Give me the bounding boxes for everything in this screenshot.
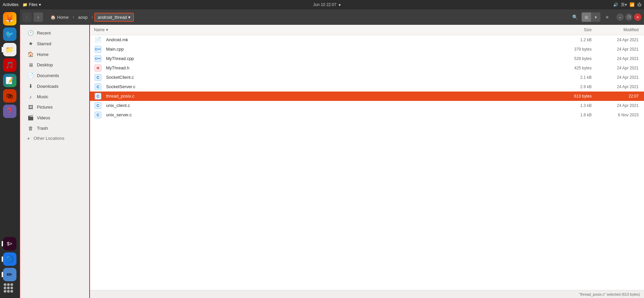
home-icon: 🏠 [50, 15, 56, 20]
file-size: 2.9 kB [557, 84, 597, 89]
minimize-button[interactable]: – [616, 13, 624, 21]
sidebar-item-music[interactable]: ♪ Music [22, 92, 87, 102]
table-row[interactable]: C unix_client.c 1.3 kB 24 Apr 2021 [90, 101, 644, 110]
breadcrumb-android-thread[interactable]: android_thread ▾ [94, 13, 134, 22]
dock-icon-appstore[interactable]: 🛍 [3, 89, 16, 103]
sidebar-item-downloads[interactable]: ⬇ Downloads [22, 81, 87, 91]
file-name: MyThread.h [106, 65, 557, 70]
activities-button[interactable]: Activities [3, 2, 18, 7]
search-button[interactable]: 🔍 [570, 12, 580, 22]
audio-icon[interactable]: 🔊 [613, 2, 618, 7]
file-size: 425 bytes [557, 66, 597, 70]
topbar-right: 🔊 英▾ 📶 ⏻ [613, 2, 641, 8]
power-icon[interactable]: ⏻ [637, 2, 641, 7]
sidebar-label-desktop: Desktop [37, 62, 53, 67]
datetime-display: Jun 10 22:07 [313, 2, 336, 7]
table-row[interactable]: H MyThread.h 425 bytes 24 Apr 2021 [90, 63, 644, 73]
file-list: 📄 Android.mk 1.2 kB 24 Apr 2021 C++ Main… [90, 35, 644, 290]
file-type-icon: C [90, 74, 106, 81]
breadcrumb-aosp[interactable]: aosp [76, 13, 90, 21]
sidebar-item-documents[interactable]: 📄 Documents [22, 70, 87, 80]
sidebar-item-home[interactable]: 🏠 Home [22, 49, 87, 59]
file-modified: 24 Apr 2021 [597, 47, 644, 52]
dock-icon-libreoffice[interactable]: 📝 [3, 74, 16, 87]
back-button[interactable]: ‹ [22, 12, 32, 22]
file-size: 2.1 kB [557, 75, 597, 80]
file-modified: 24 Apr 2021 [597, 38, 644, 42]
dock-icon-help[interactable]: ❓ [3, 105, 16, 118]
close-button[interactable]: ✕ [634, 13, 641, 21]
table-row[interactable]: C SocketClient.c 2.1 kB 24 Apr 2021 [90, 73, 644, 82]
sidebar-item-pictures[interactable]: 🖼 Pictures [22, 102, 87, 112]
sidebar-item-other-locations[interactable]: + Other Locations [20, 133, 89, 143]
file-size: 613 bytes [557, 94, 597, 99]
dock-icon-firefox[interactable]: 🦊 [3, 12, 16, 25]
file-name: thread_posix.c [106, 94, 557, 99]
documents-icon: 📄 [28, 72, 34, 78]
topbar-center: Jun 10 22:07 ● [313, 2, 341, 7]
file-name: Android.mk [106, 37, 557, 42]
file-modified: 24 Apr 2021 [597, 56, 644, 61]
network-icon[interactable]: 📶 [630, 2, 635, 7]
file-size: 1.8 kB [557, 113, 597, 117]
language-indicator[interactable]: 英▾ [621, 2, 627, 8]
sidebar-item-desktop[interactable]: 🖥 Desktop [22, 60, 87, 70]
table-row[interactable]: 📄 Android.mk 1.2 kB 24 Apr 2021 [90, 35, 644, 45]
videos-icon: 🎬 [28, 115, 34, 121]
menu-button[interactable]: ≡ [602, 12, 612, 22]
sidebar-label-videos: Videos [37, 115, 50, 120]
restore-button[interactable]: ❐ [625, 13, 633, 21]
table-row[interactable]: C++ MyThread.cpp 528 bytes 24 Apr 2021 [90, 54, 644, 63]
trash-icon: 🗑 [28, 125, 34, 131]
main-layout: 🦊 🐦 📁 🎵 📝 🛍 ❓ $> 🔵 [0, 9, 644, 298]
dock-icon-rhythmbox[interactable]: 🎵 [3, 58, 16, 72]
col-header-size[interactable]: Size [557, 27, 597, 32]
dock-icon-files[interactable]: 📁 [3, 43, 16, 56]
file-list-header: Name ▾ Size Modified [90, 25, 644, 35]
file-name: unix_client.c [106, 103, 557, 108]
sidebar-item-trash[interactable]: 🗑 Trash [22, 123, 87, 133]
sort-icon: ▾ [106, 27, 108, 32]
file-name: SocketClient.c [106, 75, 557, 80]
breadcrumb-dropdown-icon: ▾ [128, 15, 131, 20]
recent-icon: 🕐 [28, 30, 34, 36]
col-header-modified[interactable]: Modified [597, 27, 644, 32]
sidebar-label-starred: Starred [37, 41, 51, 46]
grid-view-button[interactable]: ⊞ [582, 12, 591, 22]
col-header-name[interactable]: Name ▾ [90, 26, 557, 34]
apps-grid-button[interactable] [4, 283, 16, 295]
dock-icon-terminal[interactable]: $> [3, 237, 16, 250]
files-chevron: ▾ [39, 2, 41, 7]
file-manager-window: ‹ › 🏠 Home › aosp › android_thread ▾ 🔍 [19, 9, 644, 298]
file-type-icon: C [90, 93, 106, 100]
table-row[interactable]: C unix_server.c 1.8 kB 6 Nov 2023 [90, 110, 644, 120]
breadcrumb-bar: 🏠 Home › aosp › android_thread ▾ [45, 13, 308, 22]
recording-dot: ● [338, 2, 341, 7]
sidebar-label-other-locations: Other Locations [34, 136, 64, 141]
sidebar-label-home: Home [37, 52, 49, 57]
desktop-icon: 🖥 [28, 62, 34, 68]
breadcrumb-home[interactable]: 🏠 Home [48, 13, 71, 21]
col-name-label: Name [94, 27, 105, 32]
sidebar-item-recent[interactable]: 🕐 Recent [22, 28, 87, 38]
table-row[interactable]: C++ Main.cpp 379 bytes 24 Apr 2021 [90, 45, 644, 54]
file-modified: 24 Apr 2021 [597, 84, 644, 89]
file-modified: 24 Apr 2021 [597, 75, 644, 80]
view-toggle: ⊞ ▾ [582, 12, 600, 22]
sidebar-label-trash: Trash [37, 126, 48, 131]
table-row[interactable]: C SocketServer.c 2.9 kB 24 Apr 2021 [90, 82, 644, 92]
forward-button[interactable]: › [34, 12, 43, 22]
status-text: "thread_posix.c" selected (613 bytes) [579, 292, 640, 296]
dock-icon-gedit[interactable]: ✏ [3, 268, 16, 281]
sidebar-item-videos[interactable]: 🎬 Videos [22, 113, 87, 123]
table-row[interactable]: C thread_posix.c 613 bytes 22:07 [90, 92, 644, 101]
topbar-left: Activities 📁 Files ▾ [3, 2, 41, 7]
file-modified: 6 Nov 2023 [597, 113, 644, 117]
dock-icon-vscode[interactable]: 🔵 [3, 252, 16, 266]
dock-icon-thunderbird[interactable]: 🐦 [3, 27, 16, 41]
list-view-dropdown[interactable]: ▾ [591, 12, 600, 22]
files-indicator[interactable]: 📁 Files ▾ [22, 2, 41, 7]
file-type-icon: C++ [90, 55, 106, 62]
music-icon: ♪ [28, 94, 34, 100]
sidebar-item-starred[interactable]: ★ Starred [22, 39, 87, 49]
